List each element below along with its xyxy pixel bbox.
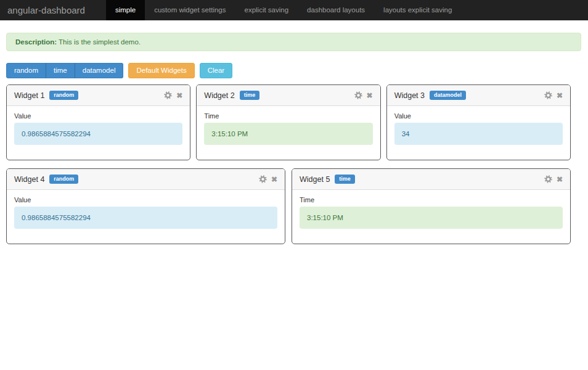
- add-time-widget-button[interactable]: time: [46, 63, 75, 78]
- widget-3-panel: Widget 3 datamodel ✖ Value 34: [386, 84, 571, 160]
- dashboard: Widget 1 random ✖ Value 0.98658845755822…: [6, 84, 571, 244]
- toolbar: random time datamodel Default Widgets Cl…: [6, 63, 582, 78]
- widget-body: Time 3:15:10 PM: [292, 190, 570, 244]
- widget-title: Widget 5: [300, 175, 330, 184]
- close-icon[interactable]: ✖: [557, 176, 563, 183]
- widget-icons: ✖: [164, 91, 182, 99]
- widget-row-2: Widget 4 random ✖ Value 0.98658845755822…: [6, 168, 571, 244]
- field-label: Value: [394, 112, 563, 120]
- widget-icons: ✖: [354, 91, 373, 99]
- widget-5-header: Widget 5 time ✖: [292, 169, 570, 190]
- widget-body: Value 0.9865884575582294: [7, 190, 285, 244]
- close-icon[interactable]: ✖: [176, 92, 182, 99]
- gear-icon[interactable]: [544, 175, 552, 183]
- nav-item-custom-widget-settings[interactable]: custom widget settings: [145, 0, 235, 20]
- widget-body: Time 3:15:10 PM: [197, 106, 380, 160]
- navbar: angular-dashboard simple custom widget s…: [0, 0, 588, 20]
- value-box: 0.9865884575582294: [14, 207, 277, 229]
- widget-icons: ✖: [544, 175, 563, 183]
- field-label: Time: [300, 196, 563, 204]
- value-box: 0.9865884575582294: [14, 123, 182, 145]
- field-label: Value: [14, 196, 277, 204]
- widget-2-panel: Widget 2 time ✖ Time 3:15:10 PM: [196, 84, 380, 160]
- add-widget-button-group: random time datamodel: [6, 63, 123, 78]
- clear-button[interactable]: Clear: [200, 63, 232, 78]
- widget-title: Widget 2: [204, 91, 234, 100]
- widget-type-badge: time: [240, 91, 260, 100]
- gear-icon[interactable]: [544, 91, 552, 99]
- field-label: Value: [14, 112, 182, 120]
- value-box: 3:15:10 PM: [204, 123, 372, 145]
- widget-row-1: Widget 1 random ✖ Value 0.98658845755822…: [6, 84, 571, 160]
- close-icon[interactable]: ✖: [557, 92, 563, 99]
- value-box: 34: [394, 123, 563, 145]
- nav-item-explicit-saving[interactable]: explicit saving: [235, 0, 298, 20]
- gear-icon[interactable]: [259, 175, 267, 183]
- widget-type-badge: random: [49, 175, 78, 184]
- widget-body: Value 0.9865884575582294: [7, 106, 190, 160]
- widget-4-panel: Widget 4 random ✖ Value 0.98658845755822…: [6, 168, 285, 244]
- description-alert: Description:This is the simplest demo.: [6, 33, 581, 51]
- widget-2-header: Widget 2 time ✖: [197, 85, 380, 106]
- widget-1-panel: Widget 1 random ✖ Value 0.98658845755822…: [6, 84, 190, 160]
- close-icon[interactable]: ✖: [367, 92, 373, 99]
- widget-5-panel: Widget 5 time ✖ Time 3:15:10 PM: [292, 168, 571, 244]
- nav-item-simple[interactable]: simple: [106, 0, 145, 20]
- widget-body: Value 34: [387, 106, 570, 160]
- description-label: Description:: [15, 38, 57, 46]
- add-random-widget-button[interactable]: random: [6, 63, 46, 78]
- widget-icons: ✖: [544, 91, 563, 99]
- widget-title: Widget 4: [14, 175, 44, 184]
- field-label: Time: [204, 112, 372, 120]
- widget-1-header: Widget 1 random ✖: [7, 85, 190, 106]
- widget-4-header: Widget 4 random ✖: [7, 169, 285, 190]
- add-datamodel-widget-button[interactable]: datamodel: [75, 63, 124, 78]
- gear-icon[interactable]: [354, 91, 362, 99]
- widget-type-badge: datamodel: [430, 91, 466, 100]
- widget-title: Widget 1: [14, 91, 44, 100]
- widget-type-badge: random: [49, 91, 78, 100]
- nav-item-dashboard-layouts[interactable]: dashboard layouts: [298, 0, 374, 20]
- navbar-brand[interactable]: angular-dashboard: [0, 0, 92, 20]
- widget-title: Widget 3: [394, 91, 425, 100]
- default-widgets-button[interactable]: Default Widgets: [128, 63, 194, 78]
- close-icon[interactable]: ✖: [271, 176, 277, 183]
- nav-item-layouts-explicit-saving[interactable]: layouts explicit saving: [374, 0, 461, 20]
- gear-icon[interactable]: [164, 91, 172, 99]
- description-text: This is the simplest demo.: [59, 38, 141, 46]
- widget-type-badge: time: [335, 175, 355, 184]
- widget-3-header: Widget 3 datamodel ✖: [387, 85, 570, 106]
- value-box: 3:15:10 PM: [300, 207, 563, 229]
- widget-icons: ✖: [259, 175, 277, 183]
